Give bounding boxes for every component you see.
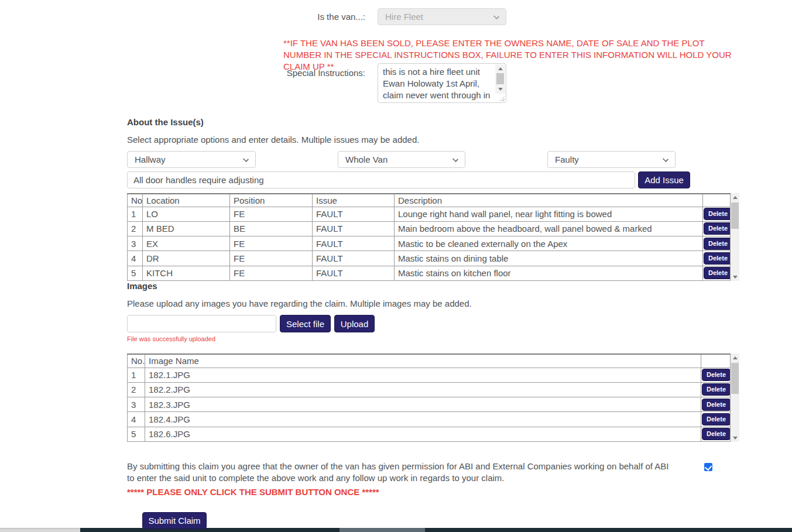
agreement-text: By submitting this claim you agree that …: [127, 461, 674, 484]
van-status-row: Is the van...: Hire Fleet: [127, 8, 506, 25]
issue-position: FE: [230, 266, 313, 280]
issue-type: FAULT: [313, 266, 395, 280]
special-instructions-value: this is not a hire fleet unit Ewan Holow…: [378, 65, 495, 101]
col-position: Position: [230, 194, 313, 207]
scroll-down-icon[interactable]: [731, 434, 739, 442]
upload-row: Select file Upload: [127, 315, 375, 332]
special-instructions-textarea[interactable]: this is not a hire fleet unit Ewan Holow…: [378, 63, 506, 103]
scrollbar-thumb[interactable]: [496, 73, 504, 84]
chevron-down-icon: [452, 156, 458, 162]
upload-status-text: File was successfully uploaded: [127, 335, 215, 342]
delete-issue-button[interactable]: Delete: [704, 252, 731, 265]
bottom-bar-light-segment: [0, 528, 80, 532]
special-instructions-row: Special Instructions: this is not a hire…: [127, 63, 506, 103]
scroll-up-icon[interactable]: [731, 193, 739, 201]
images-table-scrollbar[interactable]: [731, 353, 739, 442]
add-issue-button[interactable]: Add Issue: [638, 171, 690, 188]
issue-row: 5 KITCH FE FAULT Mastic stains on kitche…: [128, 266, 731, 280]
scroll-up-icon[interactable]: [495, 64, 505, 73]
issue-type: FAULT: [313, 221, 395, 236]
image-name: 182.6.JPG: [145, 427, 701, 441]
image-row: 1 182.1.JPG Delete: [128, 368, 731, 382]
delete-issue-button[interactable]: Delete: [704, 222, 731, 235]
delete-image-button[interactable]: Delete: [702, 428, 731, 440]
issue-position-value: Whole Van: [345, 155, 388, 164]
claim-form-page: Is the van...: Hire Fleet **IF THE VAN H…: [0, 0, 792, 532]
chevron-down-icon: [493, 13, 499, 19]
col-description: Description: [395, 194, 703, 207]
images-instructions: Please upload any images you have regard…: [127, 298, 472, 308]
issue-no: 1: [128, 207, 143, 221]
image-row: 5 182.6.JPG Delete: [128, 427, 731, 441]
delete-image-button[interactable]: Delete: [702, 399, 731, 411]
issue-description: Lounge right hand wall panel, near light…: [395, 207, 703, 221]
issue-no: 5: [128, 266, 143, 280]
issue-location-value: Hallway: [135, 155, 166, 164]
submit-claim-button[interactable]: Submit Claim: [142, 512, 207, 529]
van-status-select[interactable]: Hire Fleet: [378, 8, 506, 25]
images-table-header-row: No. Image Name: [128, 354, 731, 368]
scroll-down-icon[interactable]: [495, 85, 505, 93]
issue-description: Main bedroom above the headboard, wall p…: [395, 221, 703, 236]
issue-location: DR: [143, 251, 230, 266]
scrollbar-thumb[interactable]: [731, 363, 739, 394]
issue-location: EX: [143, 236, 230, 251]
chevron-down-icon: [663, 156, 668, 162]
issues-table: No Location Position Issue Description 1…: [127, 193, 731, 281]
issue-position: FE: [230, 207, 313, 221]
col-issue: Issue: [313, 194, 395, 207]
issue-no: 3: [128, 236, 143, 251]
delete-image-button[interactable]: Delete: [702, 413, 731, 425]
image-name: 182.4.JPG: [145, 412, 701, 427]
issue-location: M BED: [143, 221, 230, 236]
issue-entry-row: Add Issue: [127, 171, 690, 188]
issue-position: BE: [230, 221, 313, 236]
issue-position-select[interactable]: Whole Van: [338, 151, 465, 168]
scroll-up-icon[interactable]: [731, 353, 739, 362]
delete-image-button[interactable]: Delete: [702, 383, 731, 396]
image-name: 182.2.JPG: [145, 382, 701, 397]
image-no: 4: [128, 412, 145, 427]
issues-instructions: Select appropriate options and enter det…: [127, 135, 419, 145]
issue-location: LO: [143, 207, 230, 221]
image-row: 4 182.4.JPG Delete: [128, 412, 731, 427]
issue-type-select[interactable]: Faulty: [547, 151, 676, 168]
delete-image-button[interactable]: Delete: [702, 369, 731, 381]
issue-description-input[interactable]: [127, 171, 635, 188]
upload-button[interactable]: Upload: [334, 315, 375, 332]
submit-warning-text: ***** PLEASE ONLY CLICK THE SUBMIT BUTTO…: [127, 487, 379, 497]
textarea-scrollbar[interactable]: [495, 64, 505, 94]
issues-table-wrap: No Location Position Issue Description 1…: [127, 193, 739, 281]
van-status-label: Is the van...:: [127, 12, 378, 22]
issues-heading: About the Issue(s): [127, 117, 204, 127]
col-location: Location: [143, 194, 230, 207]
scrollbar-thumb[interactable]: [731, 202, 739, 229]
issue-row: 2 M BED BE FAULT Main bedroom above the …: [128, 221, 731, 236]
delete-issue-button[interactable]: Delete: [704, 208, 731, 220]
delete-issue-button[interactable]: Delete: [704, 238, 731, 250]
bottom-bar-gray-segment: [340, 528, 425, 532]
col-action: [701, 354, 731, 368]
issue-no: 4: [128, 251, 143, 266]
chevron-down-icon: [243, 156, 249, 162]
issue-selects-row: Hallway Whole Van Faulty: [127, 151, 676, 168]
images-table: No. Image Name 1 182.1.JPG Delete: [127, 353, 731, 442]
issue-row: 4 DR FE FAULT Mastic stains on dining ta…: [128, 251, 731, 266]
bottom-edge-bar: [0, 528, 792, 532]
file-name-input[interactable]: [127, 315, 276, 332]
col-image-name: Image Name: [145, 354, 701, 368]
delete-issue-button[interactable]: Delete: [704, 267, 731, 279]
van-status-value: Hire Fleet: [385, 12, 423, 22]
issue-description: Mastic to be cleaned externally on the A…: [395, 236, 703, 251]
issue-location-select[interactable]: Hallway: [127, 151, 256, 168]
issue-location: KITCH: [143, 266, 230, 280]
agreement-checkbox[interactable]: [704, 463, 712, 471]
scroll-down-icon[interactable]: [731, 273, 739, 281]
select-file-button[interactable]: Select file: [280, 315, 331, 332]
issue-type-value: Faulty: [555, 155, 579, 164]
resize-grip-icon[interactable]: [498, 95, 505, 101]
images-table-wrap: No. Image Name 1 182.1.JPG Delete: [127, 353, 739, 442]
issue-type: FAULT: [313, 207, 395, 221]
image-name: 182.1.JPG: [145, 368, 701, 382]
issues-table-scrollbar[interactable]: [731, 193, 739, 281]
